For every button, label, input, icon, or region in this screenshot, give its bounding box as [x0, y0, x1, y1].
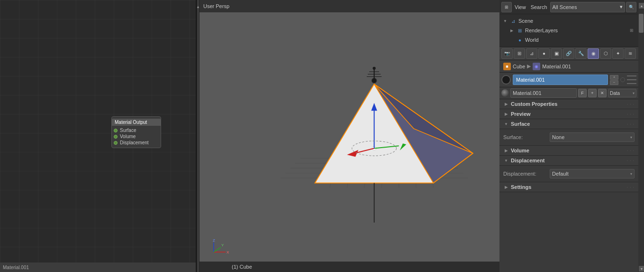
- node-editor-panel: Material Output Surface Volume Displacem…: [0, 0, 197, 272]
- surface-section-content: Surface: None ▾: [499, 129, 638, 146]
- viewport-label: User Persp: [203, 3, 229, 9]
- material-small-dot: [620, 77, 625, 82]
- displacement-label: Displacement: [511, 158, 545, 163]
- scenes-select[interactable]: All Scenes ▾: [550, 2, 625, 12]
- settings-arrow: ▶: [503, 184, 509, 190]
- cube-breadcrumb-icon: ■: [503, 63, 511, 70]
- surface-section-header[interactable]: ▼ Surface · · ·: [499, 119, 638, 129]
- material-line-3: [627, 83, 636, 84]
- renderlayers-arrow: ▶: [509, 28, 515, 33]
- tree-item-renderlayers[interactable]: ▶ ⊞ RenderLayers ⊞: [499, 26, 638, 35]
- socket-surface-label: Surface: [120, 128, 136, 133]
- search-icon-btn[interactable]: 🔍: [626, 2, 636, 12]
- view-button[interactable]: ⊞: [501, 2, 512, 12]
- cube-breadcrumb-label[interactable]: Cube: [513, 64, 525, 69]
- displacement-dropdown-arrow: ▾: [630, 172, 632, 176]
- surface-prop-row: Surface: None ▾: [503, 131, 635, 143]
- displacement-value-select[interactable]: Default ▾: [550, 169, 635, 178]
- svg-text:X: X: [227, 250, 229, 254]
- scene-props-btn[interactable]: ⊿: [526, 48, 537, 59]
- data-props-btn[interactable]: ⬡: [600, 48, 611, 59]
- view-icon: ⊞: [505, 5, 508, 9]
- breadcrumb-separator: ▶: [527, 63, 531, 69]
- material-unlink-btn[interactable]: ✕: [598, 89, 607, 97]
- material-minus-btn[interactable]: −: [610, 80, 618, 85]
- displacement-section-content: Displacement: Default ▾: [499, 166, 638, 182]
- material-data-name[interactable]: Material.001: [510, 88, 577, 98]
- volume-section-header[interactable]: ▶ Volume · · ·: [499, 146, 638, 156]
- surface-value-select[interactable]: None ▾: [550, 132, 635, 142]
- scrollbar-up-btn[interactable]: ▲: [639, 3, 644, 9]
- scene-svg: [200, 0, 499, 272]
- material-props-btn[interactable]: ◉: [588, 48, 599, 59]
- settings-section-header[interactable]: ▶ Settings · · ·: [499, 182, 638, 192]
- render-props-btn[interactable]: 📷: [501, 48, 513, 59]
- renderlayers-extra-icon: ⊞: [628, 27, 635, 34]
- scenes-select-label: All Scenes: [553, 4, 577, 10]
- custom-props-dots: · · ·: [627, 102, 635, 106]
- material-name-field[interactable]: Material.001: [513, 75, 608, 85]
- custom-properties-label: Custom Properties: [511, 101, 557, 107]
- modifiers-btn[interactable]: 🔧: [575, 48, 587, 59]
- scenes-dropdown-arrow: ▾: [620, 4, 623, 10]
- socket-surface: Surface: [112, 127, 161, 133]
- surface-prop-label: Surface:: [503, 134, 546, 140]
- physics-btn[interactable]: ≋: [625, 48, 636, 59]
- preview-dots: · · ·: [627, 112, 635, 116]
- right-content: ⊞ View Search All Scenes ▾ 🔍 ▼ ⊿ Scene ▶…: [499, 0, 638, 272]
- material-line-1: [627, 75, 636, 76]
- preview-arrow: ▶: [503, 111, 509, 117]
- surface-arrow: ▼: [503, 121, 509, 127]
- material-plus-btn[interactable]: +: [610, 75, 618, 80]
- svg-text:Z: Z: [213, 238, 215, 243]
- surface-dots: · · ·: [627, 122, 635, 126]
- render-layers-btn[interactable]: ⊞: [514, 48, 525, 59]
- viewport-header: User Persp: [200, 0, 499, 12]
- right-panel: ⊞ View Search All Scenes ▾ 🔍 ▼ ⊿ Scene ▶…: [499, 0, 644, 272]
- svg-line-36: [214, 247, 221, 252]
- renderlayers-icon: ⊞: [516, 27, 524, 34]
- world-icon: ●: [516, 36, 524, 44]
- data-dropdown-arrow: ▾: [633, 91, 635, 95]
- world-arrow: [509, 37, 515, 43]
- tree-item-scene[interactable]: ▼ ⊿ Scene: [499, 16, 638, 26]
- socket-displacement-label: Displacement: [120, 140, 149, 145]
- node-editor-grid[interactable]: Material Output Surface Volume Displacem…: [0, 0, 196, 272]
- socket-volume-dot: [114, 135, 118, 139]
- right-panel-topbar: ⊞ View Search All Scenes ▾ 🔍: [499, 0, 638, 14]
- scrollbar-down-btn[interactable]: ▼: [639, 266, 644, 272]
- socket-displacement-dot: [114, 141, 118, 145]
- constraints-btn[interactable]: 🔗: [563, 48, 574, 59]
- viewport-bottom-bar: Z X Y (1) Cube: [200, 262, 499, 272]
- preview-section-header[interactable]: ▶ Preview · · ·: [499, 109, 638, 119]
- viewport[interactable]: User Persp: [200, 0, 499, 272]
- scrollbar-track[interactable]: [638, 9, 644, 265]
- breadcrumb: ■ Cube ▶ ◉ Material.001: [499, 60, 638, 73]
- tree-item-world[interactable]: ● World: [499, 35, 638, 45]
- particles-btn[interactable]: ✦: [612, 48, 624, 59]
- settings-label: Settings: [511, 184, 531, 190]
- custom-properties-section-header[interactable]: ▶ Custom Properties · · ·: [499, 99, 638, 109]
- material-fake-user-btn[interactable]: F: [578, 89, 587, 97]
- material-data-label: Data: [610, 91, 620, 96]
- volume-arrow: ▶: [503, 148, 509, 153]
- world-label: World: [525, 37, 635, 43]
- svg-point-19: [372, 67, 375, 70]
- material-sphere-icon: [501, 89, 509, 97]
- material-data-select[interactable]: Data ▾: [608, 89, 636, 97]
- scene-background: [200, 0, 499, 272]
- material-link-btn[interactable]: +: [588, 89, 597, 97]
- material-output-node[interactable]: Material Output Surface Volume Displacem…: [111, 116, 161, 148]
- settings-dots: · · ·: [627, 185, 635, 189]
- object-props-btn[interactable]: ▣: [551, 48, 562, 59]
- surface-dropdown-arrow: ▾: [630, 135, 632, 140]
- custom-props-arrow: ▶: [503, 101, 509, 107]
- displacement-section-header[interactable]: ▼ Displacement · · ·: [499, 156, 638, 166]
- material-slot-area: Material.001 + −: [499, 73, 638, 87]
- material-breadcrumb-label[interactable]: Material.001: [542, 64, 571, 69]
- displacement-prop-label: Displacement:: [503, 171, 546, 177]
- material-extra-controls: [627, 75, 636, 85]
- viewport-bottom-label: (1) Cube: [232, 264, 252, 270]
- material-color-dot: [501, 75, 511, 84]
- world-props-btn[interactable]: ●: [538, 48, 550, 59]
